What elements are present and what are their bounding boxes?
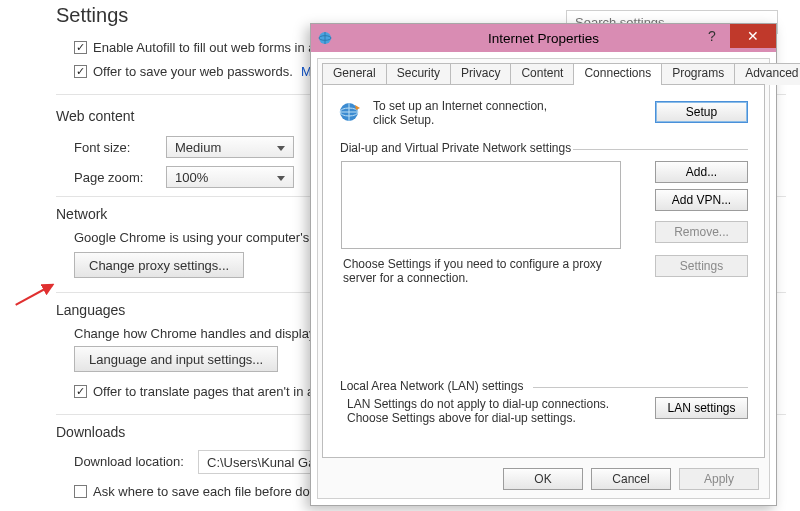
autofill-checkbox[interactable] (74, 41, 87, 54)
tab-security[interactable]: Security (386, 63, 451, 85)
dialup-group-label: Dial-up and Virtual Private Network sett… (337, 141, 574, 155)
download-location-label: Download location: (74, 454, 184, 469)
connections-listbox[interactable] (341, 161, 621, 249)
apply-button: Apply (679, 468, 759, 490)
web-content-heading: Web content (56, 108, 134, 124)
setup-text: To set up an Internet connection, click … (373, 99, 573, 127)
page-title: Settings (56, 4, 128, 27)
language-settings-button[interactable]: Language and input settings... (74, 346, 278, 372)
ok-button[interactable]: OK (503, 468, 583, 490)
internet-properties-dialog: Internet Properties ? ✕ General Security… (310, 23, 777, 506)
change-proxy-button[interactable]: Change proxy settings... (74, 252, 244, 278)
lan-settings-button[interactable]: LAN settings (655, 397, 748, 419)
dialup-settings-label: Settings (680, 259, 723, 273)
apply-label: Apply (704, 472, 734, 486)
change-proxy-label: Change proxy settings... (89, 258, 229, 273)
add-button[interactable]: Add... (655, 161, 748, 183)
ok-label: OK (534, 472, 551, 486)
annotation-arrow (14, 280, 56, 308)
help-button[interactable]: ? (694, 24, 730, 48)
tab-advanced[interactable]: Advanced (734, 63, 800, 85)
setup-button[interactable]: Setup (655, 101, 748, 123)
dialog-titlebar[interactable]: Internet Properties ? ✕ (311, 24, 776, 52)
languages-heading: Languages (56, 302, 125, 318)
choose-settings-text: Choose Settings if you need to configure… (343, 257, 613, 285)
translate-checkbox[interactable] (74, 385, 87, 398)
tab-content[interactable]: Content (510, 63, 574, 85)
save-passwords-checkbox[interactable] (74, 65, 87, 78)
downloads-heading: Downloads (56, 424, 125, 440)
dialog-footer-buttons: OK Cancel Apply (503, 468, 759, 490)
tab-connections[interactable]: Connections (573, 63, 662, 85)
add-button-label: Add... (686, 165, 717, 179)
group-line (573, 149, 748, 150)
language-settings-label: Language and input settings... (89, 352, 263, 367)
cancel-button[interactable]: Cancel (591, 468, 671, 490)
setup-button-label: Setup (686, 105, 717, 119)
globe-setup-icon (337, 99, 363, 128)
dialog-body: General Security Privacy Content Connect… (317, 58, 770, 499)
tab-privacy[interactable]: Privacy (450, 63, 511, 85)
group-line (533, 387, 748, 388)
network-heading: Network (56, 206, 107, 222)
remove-button-label: Remove... (674, 225, 729, 239)
viewport: Settings Enable Autofill to fill out web… (0, 0, 800, 511)
lan-group-label: Local Area Network (LAN) settings (337, 379, 526, 393)
tab-general[interactable]: General (322, 63, 387, 85)
lan-settings-label: LAN settings (667, 401, 735, 415)
ask-where-checkbox[interactable] (74, 485, 87, 498)
close-button[interactable]: ✕ (730, 24, 776, 48)
cancel-label: Cancel (612, 472, 649, 486)
page-zoom-value: 100% (175, 170, 208, 185)
tab-panel: To set up an Internet connection, click … (322, 84, 765, 458)
page-zoom-label: Page zoom: (74, 170, 143, 185)
svg-line-0 (16, 285, 53, 305)
add-vpn-button[interactable]: Add VPN... (655, 189, 748, 211)
font-size-select[interactable]: Medium (166, 136, 294, 158)
dialup-settings-button: Settings (655, 255, 748, 277)
tab-programs[interactable]: Programs (661, 63, 735, 85)
lan-desc-text: LAN Settings do not apply to dial-up con… (347, 397, 617, 425)
font-size-label: Font size: (74, 140, 130, 155)
page-zoom-select[interactable]: 100% (166, 166, 294, 188)
font-size-value: Medium (175, 140, 221, 155)
save-passwords-label: Offer to save your web passwords. (93, 64, 293, 79)
tab-strip: General Security Privacy Content Connect… (322, 63, 800, 85)
remove-button: Remove... (655, 221, 748, 243)
add-vpn-button-label: Add VPN... (672, 193, 731, 207)
